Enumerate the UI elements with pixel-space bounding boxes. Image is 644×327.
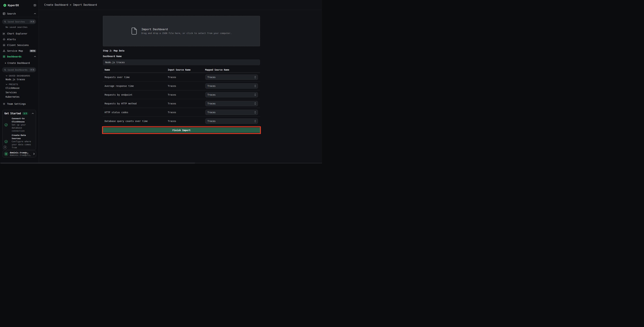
get-started-item[interactable]: Create Data Sources Configure where your… [4,134,34,149]
hyperdx-logo-icon [4,4,6,7]
chart-name: Average response time [103,84,168,87]
selected-source: Traces [208,94,254,96]
sidebar-item-client-sessions[interactable]: Client Sessions [0,42,39,48]
saved-dashboards-input[interactable]: Saved Dashboards ⌘ K [2,67,36,72]
dashboard-name-input[interactable] [103,60,260,65]
sidebar-item-label: Chart Explorer [7,32,27,35]
user-account-button[interactable]: D dominic.tran@c… dominic.tran@cli… [2,150,36,158]
get-started-progress-badge: 3/3 [22,112,28,115]
task-title: Create Data Sources [12,134,34,140]
mapped-source-select[interactable]: Traces [205,83,258,89]
selector-chevrons-icon [254,111,256,114]
annotation-highlight: Finish Import [102,126,261,134]
selected-source: Traces [208,111,254,114]
question-mark-icon: ? [4,146,6,149]
breadcrumb-separator: > [70,4,71,6]
mapped-source-select[interactable]: Traces [205,118,258,124]
column-header-input-source: Input Source Name [168,68,205,71]
input-source-name: Traces [168,120,205,122]
bell-icon [3,38,6,41]
table-row: Requests by endpoint Traces Traces [103,90,260,99]
sidebar-item-alerts[interactable]: Alerts [0,36,39,42]
mapped-source-select[interactable]: Traces [205,92,258,98]
column-header-mapped-source: Mapped Source Name [205,68,260,71]
horizontal-scrollbar[interactable] [0,163,322,164]
sidebar-preset-clickhouse[interactable]: ClickHouse [0,86,39,90]
selector-chevrons-icon [254,120,256,122]
sidebar-item-label: Dashboards [7,55,22,58]
create-dashboard-button[interactable]: + Create Dashboard [0,60,39,66]
task-description: Set up your database connection [12,123,34,132]
sidebar-nav: Chart Explorer Alerts Cl [0,31,39,60]
create-dashboard-label: Create Dashboard [8,62,30,64]
chevron-up-icon[interactable] [32,113,34,114]
dropzone-text: Import Dashboard Drag and drop a JSON fi… [142,28,232,34]
table-row: Database query counts over time Traces T… [103,117,260,126]
selected-source: Traces [208,120,254,122]
input-source-name: Traces [168,84,205,87]
mapped-source-select[interactable]: Traces [205,101,258,106]
task-description: Configure where your data comes from [12,140,34,149]
shortcut-badge: ⌘ K [30,20,35,23]
app-root: HyperDX Search [0,0,322,163]
sidebar-item-search[interactable]: Search [0,10,39,17]
beta-badge: BETA [30,50,36,52]
chart-explorer-icon [3,32,6,35]
chevron-up-icon[interactable] [34,56,36,57]
table-row: HTTP status codes Traces Traces [103,108,260,117]
help-button[interactable]: ? [3,146,7,149]
selected-source: Traces [208,76,254,78]
sidebar-item-team-settings[interactable]: Team Settings [0,101,39,107]
sidebar-item-label: Service Map [7,50,23,52]
brand-row: HyperDX [0,0,39,10]
get-started-header[interactable]: Get Started 3/3 [2,110,36,115]
user-texts: dominic.tran@c… dominic.tran@cli… [10,151,33,156]
sidebar-preset-services[interactable]: Services [0,90,39,94]
dashboards-icon [3,55,6,58]
finish-import-button[interactable]: Finish Import [103,128,260,133]
saved-dashboards-group-toggle[interactable]: SAVED DASHBOARDS [6,74,39,77]
saved-searches-placeholder: Saved Searches [8,20,30,23]
input-source-name: Traces [168,94,205,96]
sidebar-item-chart-explorer[interactable]: Chart Explorer [0,31,39,36]
get-started-title: Get Started [4,112,21,115]
group-label: PRESETS [9,83,18,86]
dropzone-subtitle: Drag and drop a JSON file here, or click… [142,32,232,34]
breadcrumb-create-dashboard[interactable]: Create Dashboard [44,4,68,6]
collapse-sidebar-icon[interactable] [34,4,36,6]
chart-name: Requests over time [103,76,168,78]
avatar: D [4,152,8,156]
sidebar-item-service-map[interactable]: Service Map BETA [0,48,39,54]
group-label: SAVED DASHBOARDS [9,75,30,77]
column-header-name: Name [103,68,168,71]
user-email: dominic.tran@cli… [10,154,33,156]
get-started-item[interactable]: Connect to ClickHouse Set up your databa… [4,117,34,132]
table-row: Requests by HTTP method Traces Traces [103,99,260,108]
table-row: Requests over time Traces Traces [103,73,260,82]
check-circle-icon [4,140,8,143]
mapped-source-select[interactable]: Traces [205,110,258,115]
import-content: Import Dashboard Drag and drop a JSON fi… [103,10,260,134]
scrollbar-thumb[interactable] [1,163,195,164]
sidebar-item-label: Team Settings [7,102,26,105]
sidebar: HyperDX Search [0,0,39,163]
breadcrumb: Create Dashboard > Import Dashboard [39,0,322,10]
sidebar-item-label: Alerts [7,38,16,41]
table-layout-icon [3,12,6,15]
step-title: Step 2: Map Data [103,49,260,52]
sidebar-item-dashboards[interactable]: Dashboards [0,54,39,60]
chart-name: Requests by endpoint [103,94,168,96]
chevron-up-icon[interactable] [34,13,36,14]
chart-name: Requests by HTTP method [103,102,168,105]
sidebar-preset-kubernetes[interactable]: Kubernetes [0,94,39,99]
mapped-source-select[interactable]: Traces [205,74,258,80]
saved-searches-input[interactable]: Saved Searches ⌘ K [2,19,36,24]
json-dropzone[interactable]: Import Dashboard Drag and drop a JSON fi… [103,16,260,46]
dropzone-title: Import Dashboard [142,28,232,31]
service-map-icon [3,50,6,52]
file-icon [131,27,137,35]
sidebar-dashboard-nodejs-traces[interactable]: Node.js traces [0,77,39,82]
no-saved-searches-text: No saved searches [6,26,39,28]
input-source-name: Traces [168,111,205,114]
presets-group-toggle[interactable]: PRESETS [6,83,39,86]
